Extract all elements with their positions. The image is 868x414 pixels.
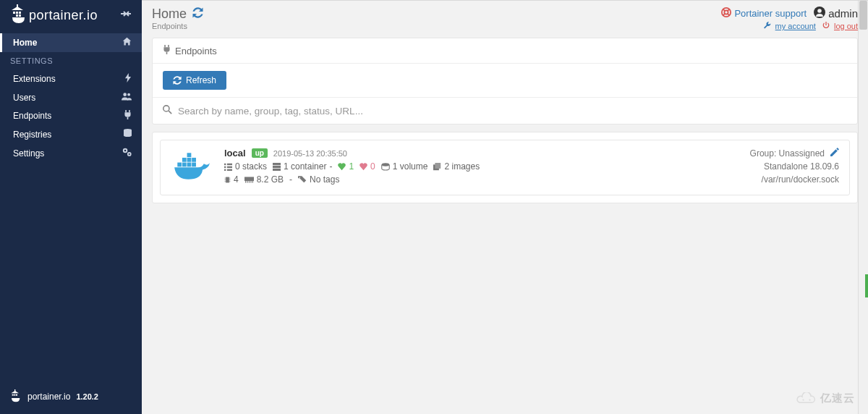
server-icon	[273, 163, 281, 171]
svg-point-13	[129, 153, 130, 155]
logout-link[interactable]: log out	[834, 22, 858, 30]
endpoint-timestamp: 2019-05-13 20:35:50	[273, 149, 347, 158]
memory-stat: 8.2 GB	[244, 174, 284, 185]
plug-icon	[124, 110, 132, 122]
sidebar-collapse-icon[interactable]	[120, 9, 132, 22]
sidebar-item-settings[interactable]: Settings	[0, 144, 142, 163]
endpoint-group: Group: Unassigned	[750, 148, 825, 159]
plug-icon	[163, 45, 171, 56]
refresh-icon	[173, 76, 182, 85]
svg-rect-38	[273, 163, 281, 165]
accent-marker	[865, 274, 868, 297]
svg-rect-5	[19, 14, 21, 17]
memory-icon	[244, 177, 254, 183]
endpoints-panel: Endpoints Refresh	[152, 38, 858, 124]
volumes-stat: 1 volume	[381, 161, 428, 172]
status-badge: up	[252, 148, 268, 158]
svg-rect-34	[224, 166, 226, 167]
svg-point-6	[123, 93, 127, 96]
images-stat: 2 images	[433, 161, 480, 172]
svg-rect-3	[19, 12, 21, 14]
svg-rect-31	[187, 153, 192, 157]
scrollbar-thumb[interactable]	[859, 1, 867, 30]
search-input[interactable]	[178, 106, 847, 117]
sidebar-footer: portainer.io 1.20.2	[0, 382, 142, 414]
users-icon	[122, 92, 132, 103]
cpu-stat: 4	[224, 174, 239, 185]
pencil-icon[interactable]	[830, 148, 839, 159]
svg-point-21	[817, 9, 822, 13]
sidebar-item-users[interactable]: Users	[0, 88, 142, 106]
svg-rect-33	[227, 163, 232, 164]
brand-text: portainer.io	[29, 8, 98, 23]
endpoint-name: local	[224, 148, 246, 159]
panel-header: Endpoints	[153, 38, 857, 64]
panel-title: Endpoints	[175, 46, 217, 56]
svg-rect-44	[226, 177, 229, 182]
svg-rect-1	[13, 12, 15, 14]
portainer-icon	[10, 4, 27, 26]
svg-rect-16	[14, 394, 15, 396]
svg-rect-40	[273, 168, 281, 170]
version: 1.20.2	[76, 392, 98, 401]
svg-rect-35	[227, 166, 232, 167]
svg-rect-26	[187, 162, 192, 166]
sidebar-item-registries[interactable]: Registries	[0, 125, 142, 144]
refresh-button[interactable]: Refresh	[163, 71, 226, 90]
home-icon	[122, 37, 132, 48]
svg-rect-2	[16, 12, 18, 14]
svg-rect-24	[177, 162, 182, 166]
svg-rect-27	[192, 162, 196, 166]
endpoint-engine: Standalone 18.09.6	[764, 161, 839, 172]
svg-point-48	[809, 399, 810, 400]
sidebar-item-home[interactable]: Home	[0, 33, 142, 52]
sidebar-item-endpoints[interactable]: Endpoints	[0, 106, 142, 125]
svg-point-41	[382, 163, 390, 166]
sidebar: portainer.io Home SETTINGS Extensions Us…	[0, 0, 142, 414]
wrench-icon	[764, 22, 771, 30]
svg-rect-30	[192, 157, 196, 161]
svg-rect-15	[12, 394, 14, 396]
refresh-icon[interactable]	[192, 7, 203, 21]
svg-point-7	[127, 93, 130, 96]
svg-rect-22	[166, 52, 168, 54]
life-ring-icon	[721, 7, 731, 20]
heartbeat-icon	[359, 163, 367, 171]
list-icon	[224, 163, 232, 171]
scrollbar[interactable]	[858, 1, 868, 414]
page-title: Home	[152, 7, 187, 22]
svg-rect-36	[224, 169, 226, 170]
unhealthy-stat: 0	[359, 161, 375, 172]
healthy-stat: 1	[338, 161, 354, 172]
heartbeat-icon	[338, 163, 346, 171]
svg-rect-25	[182, 162, 187, 166]
endpoint-card-local[interactable]: local up 2019-05-13 20:35:50 0 stacks 1 …	[160, 140, 850, 195]
clone-icon	[433, 163, 441, 171]
svg-point-46	[299, 177, 301, 178]
sidebar-nav: Home SETTINGS Extensions Users Endpoints…	[0, 33, 142, 382]
svg-rect-32	[224, 163, 226, 164]
svg-point-47	[802, 399, 804, 400]
bolt-icon	[124, 73, 132, 85]
database-icon	[124, 129, 132, 140]
footer-brand: portainer.io	[27, 392, 70, 402]
user-chip[interactable]: admin	[814, 7, 858, 20]
svg-rect-4	[16, 14, 18, 17]
watermark: 亿速云	[796, 392, 855, 405]
support-link[interactable]: Portainer support	[721, 7, 807, 20]
cloud-icon	[796, 392, 817, 405]
gears-icon	[122, 148, 132, 159]
containers-stat: 1 container -	[273, 161, 332, 172]
my-account-link[interactable]: my account	[775, 22, 816, 30]
main: Home Endpoints Portainer support admin	[142, 0, 868, 414]
username: admin	[828, 7, 858, 20]
svg-rect-29	[187, 157, 192, 161]
hdd-icon	[381, 163, 390, 171]
search-icon	[163, 105, 172, 117]
portainer-small-icon	[10, 389, 22, 404]
svg-rect-45	[244, 177, 254, 181]
svg-point-11	[124, 150, 126, 151]
sidebar-item-extensions[interactable]: Extensions	[0, 69, 142, 88]
svg-rect-37	[227, 169, 232, 170]
brand-logo[interactable]: portainer.io	[10, 4, 98, 26]
